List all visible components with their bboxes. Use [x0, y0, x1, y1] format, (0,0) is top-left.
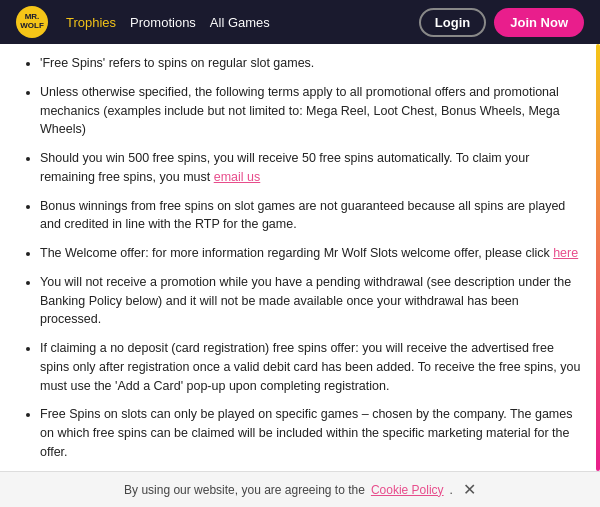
- list-item: Unless otherwise specified, the followin…: [40, 83, 582, 139]
- list-item: 'Free Spins' refers to spins on regular …: [40, 54, 582, 73]
- join-button[interactable]: Join Now: [494, 8, 584, 37]
- nav-trophies[interactable]: Trophies: [66, 15, 116, 30]
- list-item: Free Spins on slots can only be played o…: [40, 405, 582, 461]
- header-left: MR.WOLF Trophies Promotions All Games: [16, 6, 270, 38]
- list-item: Should you win 500 free spins, you will …: [40, 149, 582, 187]
- cookie-period: .: [450, 483, 453, 497]
- main-content: 'Free Spins' refers to spins on regular …: [0, 44, 600, 471]
- list-item: If claiming a no deposit (card registrat…: [40, 339, 582, 395]
- edge-accent: [596, 44, 600, 471]
- cookie-policy-link[interactable]: Cookie Policy: [371, 483, 444, 497]
- header-right: Login Join Now: [419, 8, 584, 37]
- logo: MR.WOLF: [16, 6, 48, 38]
- login-button[interactable]: Login: [419, 8, 486, 37]
- here-link[interactable]: here: [553, 246, 578, 260]
- list-item: You will not receive a promotion while y…: [40, 273, 582, 329]
- logo-icon: MR.WOLF: [16, 6, 48, 38]
- cookie-close-button[interactable]: ✕: [463, 482, 476, 498]
- cookie-text: By using our website, you are agreeing t…: [124, 483, 365, 497]
- main-nav: Trophies Promotions All Games: [66, 15, 270, 30]
- terms-list: 'Free Spins' refers to spins on regular …: [18, 54, 582, 471]
- header: MR.WOLF Trophies Promotions All Games Lo…: [0, 0, 600, 44]
- list-item: The Welcome offer: for more information …: [40, 244, 582, 263]
- email-us-link[interactable]: email us: [214, 170, 261, 184]
- nav-promotions[interactable]: Promotions: [130, 15, 196, 30]
- nav-all-games[interactable]: All Games: [210, 15, 270, 30]
- cookie-bar: By using our website, you are agreeing t…: [0, 471, 600, 507]
- list-item: Bonus winnings from free spins on slot g…: [40, 197, 582, 235]
